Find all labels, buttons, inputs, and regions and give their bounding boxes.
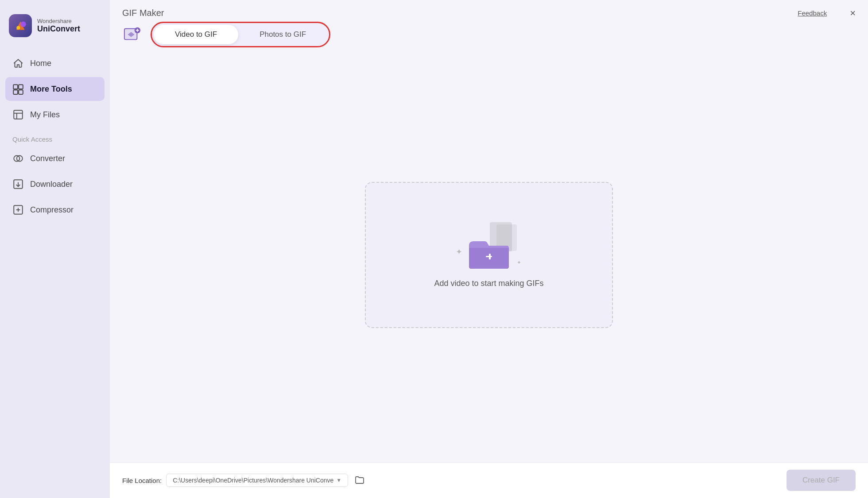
top-bar-right: Feedback × [798, 8, 856, 18]
file-location-label: File Location: [122, 477, 162, 484]
file-location-group: File Location: C:\Users\deepi\OneDrive\P… [122, 473, 367, 488]
app-logo-icon [9, 14, 32, 37]
file-path-text: C:\Users\deepi\OneDrive\Pictures\Wonders… [173, 477, 333, 484]
sidebar-item-downloader[interactable]: Downloader [5, 172, 105, 196]
close-button[interactable]: × [850, 8, 856, 18]
logo-area: Wondershare UniConvert [0, 0, 110, 51]
sidebar-item-compressor[interactable]: Compressor [5, 198, 105, 222]
sidebar-downloader-label: Downloader [30, 180, 73, 189]
folder-browse-button[interactable] [353, 473, 367, 488]
main-content: GIF Maker Feedback × Video to GIF Photos… [110, 0, 868, 498]
path-dropdown-arrow: ▼ [336, 477, 341, 483]
quick-access-label: Quick Access [5, 128, 105, 147]
sidebar-item-converter[interactable]: Converter [5, 147, 105, 170]
home-icon [12, 58, 24, 69]
drop-zone-text: Add video to start making GIFs [434, 279, 543, 288]
svg-rect-3 [13, 85, 18, 89]
sidebar-my-files-label: My Files [30, 110, 60, 120]
sidebar: Wondershare UniConvert Home More Tools [0, 0, 110, 498]
top-bar: GIF Maker Feedback × [110, 0, 868, 18]
svg-rect-18 [489, 254, 491, 259]
tab-photos-to-gif[interactable]: Photos to GIF [238, 25, 327, 44]
sparkle-left-icon: ✦ [456, 247, 462, 257]
tab-switcher: Video to GIF Photos to GIF [151, 22, 330, 47]
drop-zone-container: ✦ ✦ Add video to start making GIFs [110, 47, 868, 462]
feedback-link[interactable]: Feedback [798, 9, 827, 17]
sidebar-more-tools-label: More Tools [30, 85, 72, 94]
sidebar-converter-label: Converter [30, 154, 65, 163]
folder-browse-icon [354, 475, 365, 485]
page-title: GIF Maker [122, 8, 164, 18]
logo-wondershare: Wondershare [37, 18, 80, 24]
sidebar-item-home[interactable]: Home [5, 51, 105, 75]
create-gif-button[interactable]: Create GIF [787, 470, 856, 491]
nav-section: Home More Tools My Files Quick Access [0, 51, 110, 498]
svg-rect-6 [19, 90, 23, 94]
drop-zone[interactable]: ✦ ✦ Add video to start making GIFs [365, 182, 613, 328]
gif-maker-icon [122, 25, 142, 44]
drop-zone-illustration: ✦ ✦ [460, 221, 518, 270]
svg-point-2 [16, 26, 20, 30]
tab-video-to-gif[interactable]: Video to GIF [154, 25, 238, 44]
sidebar-item-more-tools[interactable]: More Tools [5, 77, 105, 101]
logo-uniconvert: UniConvert [37, 24, 80, 34]
compressor-icon [12, 204, 24, 216]
folder-svg [467, 235, 511, 270]
downloader-icon [12, 178, 24, 190]
my-files-icon [12, 109, 24, 120]
tool-header: Video to GIF Photos to GIF [110, 18, 868, 47]
svg-rect-7 [14, 110, 23, 119]
sidebar-home-label: Home [30, 59, 51, 68]
logo-text: Wondershare UniConvert [37, 18, 80, 34]
bottom-bar: File Location: C:\Users\deepi\OneDrive\P… [110, 462, 868, 498]
file-location-path[interactable]: C:\Users\deepi\OneDrive\Pictures\Wonders… [166, 474, 348, 487]
more-tools-icon [12, 83, 24, 95]
sidebar-compressor-label: Compressor [30, 205, 74, 215]
sparkle-right-icon: ✦ [517, 259, 521, 266]
sidebar-item-my-files[interactable]: My Files [5, 103, 105, 127]
svg-rect-5 [13, 90, 18, 94]
converter-icon [12, 153, 24, 164]
svg-rect-4 [19, 85, 23, 89]
svg-point-1 [20, 21, 26, 27]
